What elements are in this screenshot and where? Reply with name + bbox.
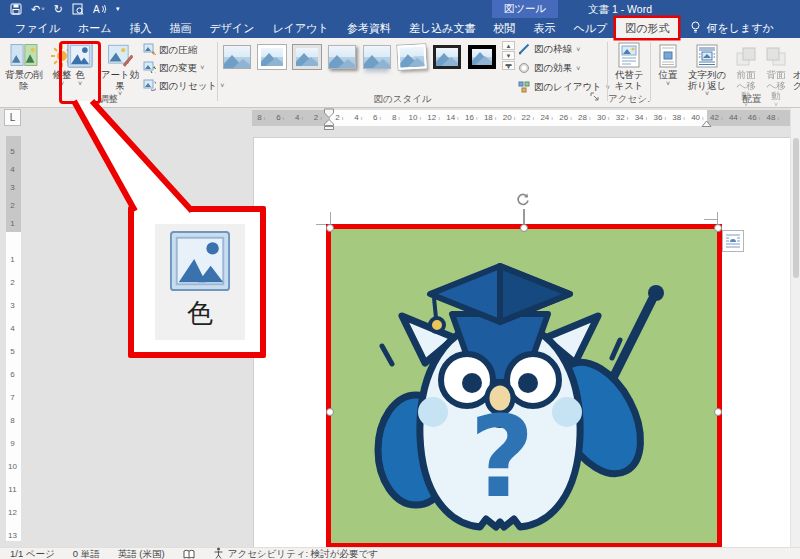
- h-ruler-main: 246810121416182022242628303234363840: [330, 110, 707, 126]
- tab-picture-format[interactable]: 図の形式: [616, 18, 678, 38]
- word-count[interactable]: 0 単語: [73, 548, 100, 559]
- accessibility-icon: [213, 547, 224, 559]
- qat-customize-icon[interactable]: ▾: [116, 0, 120, 18]
- ruler-number: 13: [6, 524, 21, 541]
- tab-review[interactable]: 校閲: [484, 18, 524, 38]
- resize-handle-top-right[interactable]: [714, 224, 722, 232]
- reset-picture-label: 図のリセット: [159, 80, 217, 93]
- rotation-handle-icon[interactable]: [515, 192, 531, 208]
- resize-handle-top-left[interactable]: [326, 224, 334, 232]
- redo-icon[interactable]: ↻: [54, 0, 63, 18]
- dropdown-caret: ˅: [576, 47, 580, 53]
- lightbulb-icon: [690, 21, 701, 36]
- resize-handle-mid-right[interactable]: [714, 408, 722, 416]
- language-indicator[interactable]: 英語 (米国): [118, 548, 165, 559]
- gallery-down-icon[interactable]: ▼: [502, 51, 515, 60]
- group-label-arrange: 配置: [722, 93, 782, 106]
- tab-design[interactable]: デザイン: [201, 18, 264, 38]
- ruler-number: 12: [424, 110, 443, 126]
- v-ruler-main: 12345678910111213: [6, 232, 21, 541]
- group-divider: [650, 42, 651, 101]
- ruler-number: 12: [6, 501, 21, 524]
- color-button[interactable]: 色 ˅: [62, 40, 98, 87]
- picture-style-thumb[interactable]: [433, 45, 461, 69]
- picture-style-thumb[interactable]: [258, 45, 286, 69]
- color-callout-label: 色: [187, 298, 213, 328]
- dialog-launcher-icon[interactable]: [590, 87, 599, 105]
- reset-picture-button[interactable]: 図のリセット ˅: [143, 78, 215, 94]
- save-icon[interactable]: [10, 3, 22, 15]
- ruler-number: 22: [518, 110, 537, 126]
- artistic-effects-button[interactable]: アート効果 ˅: [99, 40, 141, 97]
- tab-layout[interactable]: レイアウト: [264, 18, 338, 38]
- ruler-number: 3: [6, 178, 21, 196]
- ruler-number: 6: [271, 110, 290, 126]
- picture-style-thumb[interactable]: [223, 45, 251, 69]
- scrollbar-thumb[interactable]: [793, 138, 799, 278]
- tab-help[interactable]: ヘルプ: [564, 18, 616, 38]
- selection-pane-button[interactable]: オブジェクトの選択: [792, 40, 800, 102]
- gallery-scroll-buttons: ▲ ▼ ▬▼: [502, 41, 515, 70]
- picture-style-thumb[interactable]: [397, 44, 426, 69]
- bring-forward-icon: [735, 40, 757, 68]
- vertical-scrollbar[interactable]: [790, 108, 800, 547]
- picture-effects-label: 図の効果: [534, 62, 572, 75]
- picture-style-thumb[interactable]: [328, 45, 356, 69]
- ruler-number: 30: [594, 110, 613, 126]
- tab-file[interactable]: ファイル: [6, 18, 69, 38]
- layout-options-button[interactable]: [722, 230, 744, 252]
- alt-text-button[interactable]: 代替テキスト: [610, 40, 648, 91]
- tab-home[interactable]: ホーム: [69, 18, 121, 38]
- ruler-number: 5: [6, 340, 21, 363]
- compress-picture-button[interactable]: 図の圧縮: [143, 42, 215, 58]
- tab-insert[interactable]: 挿入: [121, 18, 161, 38]
- resize-handle-top-center[interactable]: [520, 224, 528, 232]
- print-preview-icon[interactable]: [72, 3, 84, 15]
- h-ruler-margin-right: 42444648: [707, 110, 790, 126]
- picture-style-thumb[interactable]: [363, 45, 391, 69]
- ruler-number: 26: [556, 110, 575, 126]
- compress-picture-label: 図の圧縮: [159, 44, 197, 57]
- ruler-number: 10: [6, 455, 21, 478]
- tell-me-box[interactable]: 何をしますか: [678, 18, 773, 38]
- indent-markers[interactable]: [323, 108, 335, 134]
- ruler-number: 11: [6, 478, 21, 501]
- ruler-number: 1: [6, 248, 21, 271]
- picture-style-thumb[interactable]: [468, 45, 496, 69]
- tab-view[interactable]: 表示: [524, 18, 564, 38]
- position-icon: [658, 40, 678, 68]
- selected-picture[interactable]: ?: [330, 228, 718, 544]
- ribbon: 背景の削除 修整 ˅ 色 ˅ アート効果 ˅: [0, 38, 800, 108]
- tab-references[interactable]: 参考資料: [338, 18, 400, 38]
- page-indicator[interactable]: 1/1 ページ: [10, 548, 55, 559]
- color-icon: [169, 230, 231, 296]
- position-label: 位置: [659, 70, 678, 81]
- ruler-number: 16: [462, 110, 481, 126]
- accessibility-status[interactable]: アクセシビリティ: 検討が必要です: [213, 547, 378, 559]
- picture-border-button[interactable]: 図の枠線 ˅: [518, 41, 610, 58]
- wrap-text-button[interactable]: 文字列の折り返し ˅: [684, 40, 730, 97]
- h-ruler-margin-left: 8642: [252, 110, 330, 126]
- right-indent-marker[interactable]: [701, 114, 712, 132]
- undo-icon[interactable]: ↶˅: [31, 0, 45, 18]
- gallery-up-icon[interactable]: ▲: [502, 41, 515, 50]
- change-picture-button[interactable]: 図の変更 ˅: [143, 60, 215, 76]
- ribbon-tab-row: ファイル ホーム 挿入 描画 デザイン レイアウト 参考資料 差し込み文書 校閲…: [0, 18, 800, 38]
- change-picture-label: 図の変更: [159, 62, 197, 75]
- tab-mailings[interactable]: 差し込み文書: [400, 18, 485, 38]
- resize-handle-mid-left[interactable]: [326, 408, 334, 416]
- position-button[interactable]: 位置 ˅: [654, 40, 682, 87]
- proofing-icon[interactable]: [183, 549, 195, 559]
- ruler-number: 28: [575, 110, 594, 126]
- read-aloud-icon[interactable]: A: [93, 3, 107, 15]
- picture-effects-button[interactable]: 図の効果 ˅: [518, 60, 610, 77]
- color-callout-button-face: 色: [155, 224, 245, 340]
- gallery-more-icon[interactable]: ▬▼: [502, 61, 515, 70]
- remove-background-button[interactable]: 背景の削除: [2, 40, 46, 91]
- picture-style-thumb[interactable]: [293, 45, 321, 69]
- send-backward-icon: [765, 40, 787, 68]
- tab-stop-selector[interactable]: [4, 109, 21, 126]
- title-bar: ↶˅ ↻ A ▾: [0, 0, 800, 18]
- tab-draw[interactable]: 描画: [161, 18, 201, 38]
- alt-text-label: 代替テキスト: [610, 70, 648, 91]
